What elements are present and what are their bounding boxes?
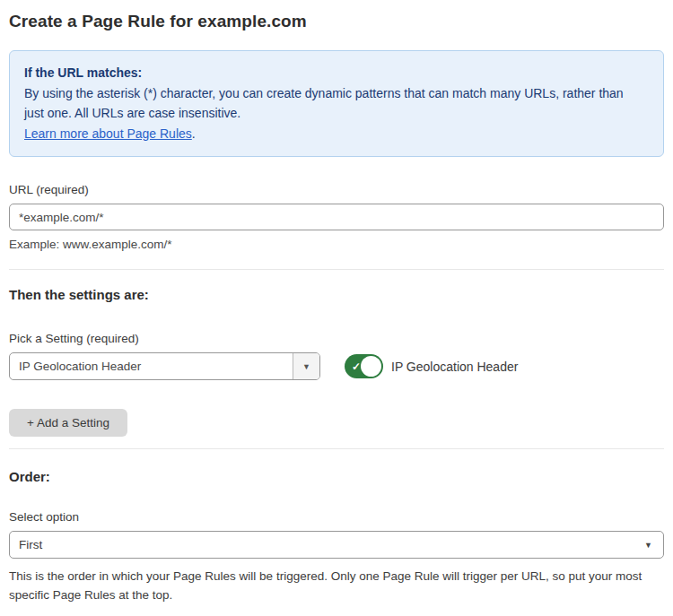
pick-setting-label: Pick a Setting (required) bbox=[9, 332, 664, 345]
setting-select-arrow-button[interactable]: ▼ bbox=[293, 353, 319, 379]
order-help-text: This is the order in which your Page Rul… bbox=[9, 567, 664, 604]
order-select-label: Select option bbox=[9, 510, 664, 524]
ip-geolocation-toggle[interactable]: ✓ bbox=[345, 354, 383, 378]
setting-row: IP Geolocation Header ▼ ✓ IP Geolocation… bbox=[9, 352, 664, 380]
divider bbox=[9, 448, 664, 449]
url-matches-info-box: If the URL matches: By using the asteris… bbox=[9, 50, 664, 157]
link-suffix: . bbox=[192, 126, 196, 141]
order-select-value: First bbox=[19, 538, 42, 551]
url-example-text: Example: www.example.com/* bbox=[9, 238, 664, 251]
chevron-down-icon: ▼ bbox=[644, 541, 652, 550]
order-section-heading: Order: bbox=[9, 469, 664, 484]
url-field-label: URL (required) bbox=[9, 183, 664, 196]
toggle-knob bbox=[361, 356, 381, 377]
url-input[interactable] bbox=[9, 204, 664, 230]
settings-section-heading: Then the settings are: bbox=[9, 287, 664, 302]
divider bbox=[9, 269, 664, 270]
setting-select[interactable]: IP Geolocation Header ▼ bbox=[9, 352, 320, 380]
check-icon: ✓ bbox=[352, 361, 361, 372]
learn-more-link[interactable]: Learn more about Page Rules bbox=[24, 126, 192, 141]
toggle-label: IP Geolocation Header bbox=[391, 360, 518, 374]
order-select[interactable]: First ▼ bbox=[9, 531, 664, 559]
add-setting-button[interactable]: + Add a Setting bbox=[9, 409, 127, 437]
info-box-link-row: Learn more about Page Rules. bbox=[24, 124, 649, 144]
info-box-heading: If the URL matches: bbox=[24, 63, 649, 83]
info-box-body: By using the asterisk (*) character, you… bbox=[24, 83, 643, 124]
chevron-down-icon: ▼ bbox=[302, 362, 310, 371]
page-title: Create a Page Rule for example.com bbox=[9, 12, 664, 31]
setting-select-value: IP Geolocation Header bbox=[10, 353, 293, 379]
